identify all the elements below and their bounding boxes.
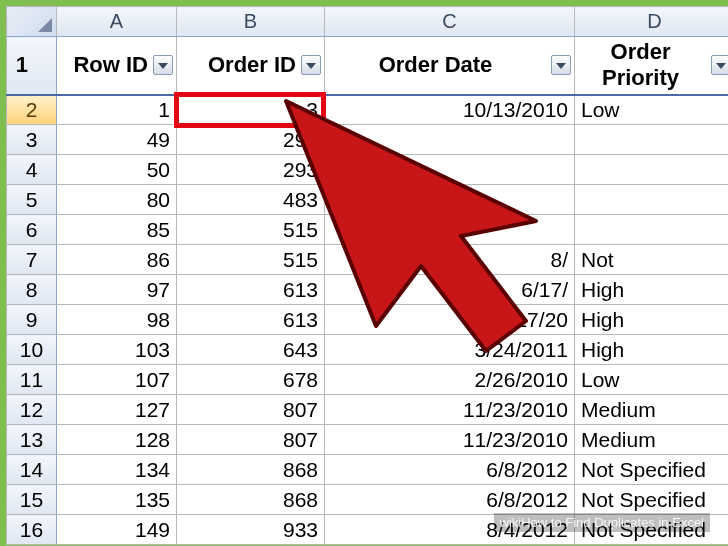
filter-dropdown-icon[interactable] (711, 55, 728, 75)
cell[interactable]: Not (575, 245, 729, 275)
cell[interactable]: 128 (57, 425, 177, 455)
filter-dropdown-icon[interactable] (551, 55, 571, 75)
cell[interactable]: 3 (177, 95, 325, 125)
header-cell-B[interactable]: Order ID (177, 37, 325, 95)
table-row: 12 127 807 11/23/2010 Medium (7, 395, 729, 425)
cell[interactable] (575, 125, 729, 155)
table-row: 9 98 613 6/17/20 High (7, 305, 729, 335)
row-header-1[interactable]: 1 (7, 37, 57, 95)
cell[interactable]: 149 (57, 515, 177, 545)
cell[interactable]: 293 (177, 125, 325, 155)
cell[interactable]: Not Specified (575, 485, 729, 515)
cell[interactable]: 6/8/2012 (325, 455, 575, 485)
cell[interactable]: High (575, 335, 729, 365)
cell[interactable]: 2/26/2010 (325, 365, 575, 395)
row-header[interactable]: 10 (7, 335, 57, 365)
header-label: Order ID (208, 52, 296, 77)
cell[interactable]: 613 (177, 305, 325, 335)
cell[interactable]: 11/23/2010 (325, 395, 575, 425)
table-row: 4 50 293 (7, 155, 729, 185)
cell[interactable]: 98 (57, 305, 177, 335)
cell[interactable] (325, 125, 575, 155)
cell[interactable]: 933 (177, 515, 325, 545)
row-header[interactable]: 16 (7, 515, 57, 545)
filter-dropdown-icon[interactable] (301, 55, 321, 75)
table-row: 11 107 678 2/26/2010 Low (7, 365, 729, 395)
cell[interactable] (575, 185, 729, 215)
cell[interactable]: 515 (177, 215, 325, 245)
header-cell-C[interactable]: Order Date (325, 37, 575, 95)
cell[interactable] (575, 215, 729, 245)
row-header[interactable]: 3 (7, 125, 57, 155)
cell[interactable]: 49 (57, 125, 177, 155)
cell[interactable] (575, 155, 729, 185)
cell[interactable]: 1 (57, 95, 177, 125)
col-header-B[interactable]: B (177, 7, 325, 37)
cell[interactable]: 11/23/2010 (325, 425, 575, 455)
table-row: 15 135 868 6/8/2012 Not Specified (7, 485, 729, 515)
cell[interactable]: 643 (177, 335, 325, 365)
cell[interactable]: 134 (57, 455, 177, 485)
col-header-C[interactable]: C (325, 7, 575, 37)
cell[interactable]: 80 (57, 185, 177, 215)
filter-dropdown-icon[interactable] (153, 55, 173, 75)
row-header[interactable]: 2 (7, 95, 57, 125)
cell[interactable]: 6/17/20 (325, 305, 575, 335)
cell[interactable]: 868 (177, 455, 325, 485)
cell[interactable]: 50 (57, 155, 177, 185)
cell[interactable]: 6/8/2012 (325, 485, 575, 515)
table-row: 2 1 3 10/13/2010 Low (7, 95, 729, 125)
row-header[interactable]: 6 (7, 215, 57, 245)
cell[interactable]: 6/17/ (325, 275, 575, 305)
cell[interactable]: 127 (57, 395, 177, 425)
spreadsheet-grid[interactable]: A B C D 1 Row ID Order ID Order Date Ord… (6, 6, 728, 545)
cell[interactable] (325, 185, 575, 215)
row-header[interactable]: 12 (7, 395, 57, 425)
row-header[interactable]: 11 (7, 365, 57, 395)
cell[interactable]: 807 (177, 425, 325, 455)
cell[interactable]: Medium (575, 395, 729, 425)
row-header[interactable]: 15 (7, 485, 57, 515)
col-header-D[interactable]: D (575, 7, 729, 37)
row-header[interactable]: 7 (7, 245, 57, 275)
header-label: Row ID (73, 52, 148, 77)
header-cell-A[interactable]: Row ID (57, 37, 177, 95)
cell[interactable]: 97 (57, 275, 177, 305)
table-row: 5 80 483 (7, 185, 729, 215)
cell[interactable] (325, 215, 575, 245)
cell[interactable]: Not Specified (575, 455, 729, 485)
cell[interactable]: Medium (575, 425, 729, 455)
cell[interactable]: 293 (177, 155, 325, 185)
cell[interactable]: 8/ (325, 245, 575, 275)
cell[interactable]: 515 (177, 245, 325, 275)
cell[interactable]: 678 (177, 365, 325, 395)
col-header-A[interactable]: A (57, 7, 177, 37)
table-row: 7 86 515 8/ Not (7, 245, 729, 275)
cell[interactable]: Low (575, 95, 729, 125)
header-cell-D[interactable]: Order Priority (575, 37, 729, 95)
cell[interactable]: 483 (177, 185, 325, 215)
cell[interactable]: 3/24/2011 (325, 335, 575, 365)
row-header[interactable]: 13 (7, 425, 57, 455)
cell[interactable]: 613 (177, 275, 325, 305)
cell[interactable]: 807 (177, 395, 325, 425)
row-header[interactable]: 14 (7, 455, 57, 485)
cell[interactable]: 868 (177, 485, 325, 515)
header-label: Order Priority (602, 39, 679, 90)
cell[interactable]: Low (575, 365, 729, 395)
table-row: 10 103 643 3/24/2011 High (7, 335, 729, 365)
cell[interactable] (325, 155, 575, 185)
cell[interactable]: 103 (57, 335, 177, 365)
cell[interactable]: 86 (57, 245, 177, 275)
row-header[interactable]: 4 (7, 155, 57, 185)
cell[interactable]: High (575, 305, 729, 335)
cell[interactable]: 85 (57, 215, 177, 245)
cell[interactable]: 135 (57, 485, 177, 515)
row-header[interactable]: 8 (7, 275, 57, 305)
row-header[interactable]: 9 (7, 305, 57, 335)
row-header[interactable]: 5 (7, 185, 57, 215)
select-all-corner[interactable] (7, 7, 57, 37)
cell[interactable]: High (575, 275, 729, 305)
cell[interactable]: 10/13/2010 (325, 95, 575, 125)
cell[interactable]: 107 (57, 365, 177, 395)
